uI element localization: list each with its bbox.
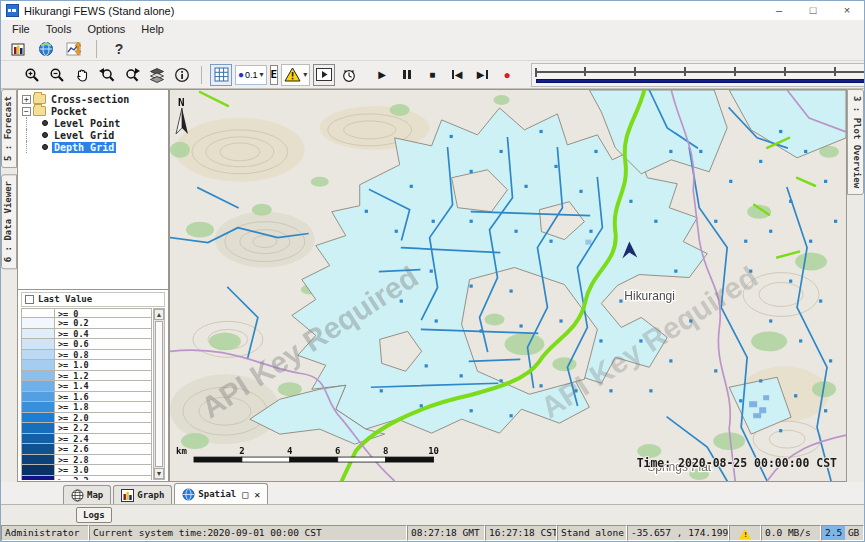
legend-threshold-label: >= 0.2 bbox=[55, 318, 152, 329]
time-slider-track bbox=[536, 71, 865, 73]
last-value-label: Last Value bbox=[38, 294, 92, 304]
tab-maximize-icon[interactable]: □ bbox=[242, 489, 248, 500]
pan-hand-icon[interactable] bbox=[71, 64, 93, 86]
menu-bar: File Tools Options Help bbox=[1, 20, 864, 37]
logs-bar: Logs bbox=[1, 504, 864, 525]
record-button[interactable]: ● bbox=[496, 64, 518, 86]
legend-color-swatch bbox=[21, 329, 55, 340]
status-throughput: 0.0 MB/s bbox=[761, 525, 821, 541]
info-icon[interactable] bbox=[171, 64, 193, 86]
legend-panel: Last Value >= 0>= 0.2>= 0.4>= 0.6>= 0.8>… bbox=[17, 290, 169, 482]
play-button[interactable]: ▶ bbox=[371, 64, 393, 86]
tree-item-pocket[interactable]: − Pocket bbox=[20, 105, 168, 117]
maximize-button[interactable]: □ bbox=[796, 1, 830, 20]
legend-toggle-button[interactable]: E bbox=[270, 65, 279, 85]
thresholds-dropdown[interactable]: ▾ bbox=[281, 64, 310, 86]
bar-chart-icon bbox=[121, 489, 134, 502]
legend-row: >= 2.6 bbox=[21, 444, 152, 455]
checkbox-icon[interactable] bbox=[25, 295, 34, 304]
legend-color-swatch bbox=[21, 360, 55, 371]
legend-row: >= 0.4 bbox=[21, 329, 152, 340]
warning-triangle-icon bbox=[284, 67, 301, 82]
scroll-up-icon[interactable]: ▲ bbox=[154, 309, 164, 320]
left-tab-strip: 5 : Forecast 6 : Data Viewer bbox=[1, 89, 17, 482]
legend-color-swatch bbox=[21, 392, 55, 403]
legend-color-swatch bbox=[21, 444, 55, 455]
menu-file[interactable]: File bbox=[5, 22, 37, 36]
step-back-icon: ◀ bbox=[452, 69, 463, 80]
stop-button[interactable]: ■ bbox=[421, 64, 443, 86]
step-back-button[interactable]: ◀ bbox=[446, 64, 468, 86]
tab-forecast[interactable]: 5 : Forecast bbox=[1, 89, 17, 168]
place-label-hikurangi: Hikurangi bbox=[624, 289, 675, 303]
legend-row: >= 2.4 bbox=[21, 434, 152, 445]
folder-icon bbox=[33, 94, 46, 104]
zoom-next-icon[interactable] bbox=[121, 64, 143, 86]
zoom-previous-icon[interactable] bbox=[96, 64, 118, 86]
legend-threshold-label: >= 1.0 bbox=[55, 360, 152, 371]
legend-row: >= 0.2 bbox=[21, 318, 152, 329]
layers-icon[interactable] bbox=[146, 64, 168, 86]
status-mode: Stand alone bbox=[557, 525, 627, 541]
pause-button[interactable] bbox=[396, 64, 418, 86]
left-panel: + Cross-section − Pocket Level Point bbox=[17, 89, 169, 482]
status-warning[interactable]: ! bbox=[729, 525, 761, 541]
map-viewport[interactable]: API Key Required API Key Required Hikura… bbox=[169, 89, 847, 482]
expand-icon[interactable]: + bbox=[22, 95, 31, 104]
legend-row: >= 0 bbox=[21, 308, 152, 319]
legend-color-swatch bbox=[21, 350, 55, 361]
tree-item-level-point[interactable]: Level Point bbox=[20, 117, 168, 129]
status-bar: Administrator Current system time:2020-0… bbox=[1, 525, 864, 541]
legend-threshold-label: >= 3.2 bbox=[55, 476, 152, 480]
time-slider[interactable] bbox=[531, 63, 865, 87]
scale-tick-label: 6 bbox=[335, 446, 340, 456]
tree-item-level-grid[interactable]: Level Grid bbox=[20, 129, 168, 141]
grid-display-icon[interactable] bbox=[210, 64, 232, 86]
point-label-scale-dropdown[interactable]: ● 0.1 ▾ bbox=[235, 65, 267, 85]
wireframe-globe-icon bbox=[71, 489, 84, 502]
workspace: 5 : Forecast 6 : Data Viewer + Cross-sec… bbox=[1, 89, 864, 482]
legend-scrollbar[interactable]: ▲ ▼ bbox=[153, 308, 165, 480]
tree-connector bbox=[26, 129, 40, 141]
zoom-out-icon[interactable] bbox=[46, 64, 68, 86]
legend-threshold-label: >= 0.4 bbox=[55, 329, 152, 340]
tree-item-cross-section[interactable]: + Cross-section bbox=[20, 93, 168, 105]
tab-graph[interactable]: Graph bbox=[113, 485, 172, 504]
close-button[interactable]: × bbox=[830, 1, 864, 20]
menu-tools[interactable]: Tools bbox=[39, 22, 79, 36]
step-forward-button[interactable]: ▶ bbox=[471, 64, 493, 86]
menu-options[interactable]: Options bbox=[80, 22, 132, 36]
minimize-button[interactable]: – bbox=[762, 1, 796, 20]
help-button[interactable]: ? bbox=[108, 38, 130, 60]
legend-row: >= 3.2 bbox=[21, 476, 152, 480]
status-user: Administrator bbox=[1, 525, 89, 541]
tab-spatial[interactable]: Spatial □ ✕ bbox=[174, 483, 268, 504]
legend-row: >= 2.2 bbox=[21, 423, 152, 434]
tab-map[interactable]: Map bbox=[63, 485, 111, 504]
tab-data-viewer[interactable]: 6 : Data Viewer bbox=[1, 174, 17, 269]
last-value-checkbox-row[interactable]: Last Value bbox=[21, 292, 165, 307]
timeseries-dialog-icon[interactable] bbox=[63, 38, 85, 60]
legend-row: >= 2.8 bbox=[21, 455, 152, 466]
status-system-time: Current system time:2020-09-01 00:00 CST bbox=[89, 525, 407, 541]
scale-bar-segment bbox=[386, 457, 434, 462]
map-display-globe-icon[interactable] bbox=[35, 38, 57, 60]
animation-movie-icon[interactable] bbox=[313, 64, 335, 86]
scroll-down-icon[interactable]: ▼ bbox=[154, 468, 164, 479]
layer-bullet-icon bbox=[42, 144, 48, 150]
logs-button[interactable]: Logs bbox=[76, 507, 112, 523]
warning-triangle-icon: ! bbox=[739, 529, 751, 539]
zoom-in-icon[interactable] bbox=[21, 64, 43, 86]
tree-item-depth-grid[interactable]: Depth Grid bbox=[20, 141, 168, 153]
scale-tick-label: 8 bbox=[383, 446, 388, 456]
tab-close-icon[interactable]: ✕ bbox=[254, 489, 260, 500]
layers-tree: + Cross-section − Pocket Level Point bbox=[17, 89, 169, 290]
menu-help[interactable]: Help bbox=[134, 22, 171, 36]
scrollbar-thumb[interactable] bbox=[155, 321, 163, 467]
tab-plot-overview[interactable]: 3 : Plot Overview bbox=[847, 89, 864, 195]
animation-clock-icon[interactable] bbox=[338, 64, 360, 86]
toolbar-separator bbox=[201, 66, 202, 84]
collapse-icon[interactable]: − bbox=[22, 107, 31, 116]
folder-icon bbox=[33, 106, 46, 116]
forecast-manager-icon[interactable] bbox=[7, 38, 29, 60]
